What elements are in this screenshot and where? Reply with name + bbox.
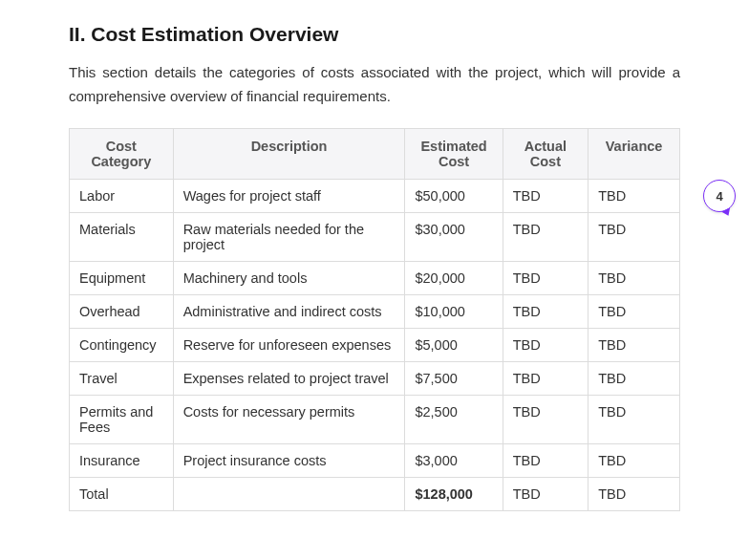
col-estimated: Estimated Cost <box>405 128 503 179</box>
section-heading: II. Cost Estimation Overview <box>69 23 680 46</box>
comment-count: 4 <box>716 189 722 204</box>
cell-estimated: $30,000 <box>405 212 503 261</box>
cell-actual: TBD <box>503 179 588 212</box>
table-row: Permits and FeesCosts for necessary perm… <box>70 395 680 443</box>
cell-category: Travel <box>70 361 174 395</box>
cell-variance: TBD <box>588 212 680 261</box>
cell-description: Expenses related to project travel <box>173 361 405 395</box>
section-intro: This section details the categories of c… <box>69 61 680 109</box>
cell-estimated: $2,500 <box>405 395 503 443</box>
cell-variance: TBD <box>588 179 680 212</box>
cell-actual: TBD <box>503 328 588 361</box>
cell-category: Equipment <box>70 261 174 294</box>
cell-category: Total <box>70 477 174 510</box>
cell-actual: TBD <box>503 361 588 395</box>
cell-estimated: $128,000 <box>405 477 503 510</box>
cost-table: Cost Category Description Estimated Cost… <box>69 128 680 511</box>
cell-variance: TBD <box>588 477 680 510</box>
cell-description: Machinery and tools <box>173 261 405 294</box>
cell-category: Permits and Fees <box>70 395 174 443</box>
cell-variance: TBD <box>588 294 680 328</box>
cell-description: Costs for necessary permits <box>173 395 405 443</box>
cell-variance: TBD <box>588 443 680 477</box>
cell-variance: TBD <box>588 328 680 361</box>
cell-description: Project insurance costs <box>173 443 405 477</box>
cell-variance: TBD <box>588 395 680 443</box>
table-row: TravelExpenses related to project travel… <box>70 361 680 395</box>
cell-category: Contingency <box>70 328 174 361</box>
cell-category: Labor <box>70 179 174 212</box>
table-row: MaterialsRaw materials needed for the pr… <box>70 212 680 261</box>
cell-description: Reserve for unforeseen expenses <box>173 328 405 361</box>
cell-estimated: $7,500 <box>405 361 503 395</box>
cell-estimated: $3,000 <box>405 443 503 477</box>
table-row: EquipmentMachinery and tools$20,000TBDTB… <box>70 261 680 294</box>
col-actual: Actual Cost <box>503 128 588 179</box>
table-row: InsuranceProject insurance costs$3,000TB… <box>70 443 680 477</box>
cell-estimated: $50,000 <box>405 179 503 212</box>
cell-actual: TBD <box>503 477 588 510</box>
col-description: Description <box>173 128 405 179</box>
col-variance: Variance <box>588 128 680 179</box>
cell-estimated: $5,000 <box>405 328 503 361</box>
table-row: OverheadAdministrative and indirect cost… <box>70 294 680 328</box>
cell-estimated: $20,000 <box>405 261 503 294</box>
cell-description <box>173 477 405 510</box>
table-row: LaborWages for project staff$50,000TBDTB… <box>70 179 680 212</box>
cell-actual: TBD <box>503 395 588 443</box>
cell-actual: TBD <box>503 443 588 477</box>
cell-category: Materials <box>70 212 174 261</box>
cell-category: Insurance <box>70 443 174 477</box>
cell-actual: TBD <box>503 212 588 261</box>
cell-actual: TBD <box>503 261 588 294</box>
cell-variance: TBD <box>588 261 680 294</box>
cell-actual: TBD <box>503 294 588 328</box>
comment-bubble[interactable]: 4 <box>703 180 736 212</box>
cell-description: Wages for project staff <box>173 179 405 212</box>
cell-description: Raw materials needed for the project <box>173 212 405 261</box>
cell-variance: TBD <box>588 361 680 395</box>
cell-estimated: $10,000 <box>405 294 503 328</box>
table-row: ContingencyReserve for unforeseen expens… <box>70 328 680 361</box>
cell-category: Overhead <box>70 294 174 328</box>
table-total-row: Total$128,000TBDTBD <box>70 477 680 510</box>
table-header-row: Cost Category Description Estimated Cost… <box>70 128 680 179</box>
cell-description: Administrative and indirect costs <box>173 294 405 328</box>
col-category: Cost Category <box>70 128 174 179</box>
